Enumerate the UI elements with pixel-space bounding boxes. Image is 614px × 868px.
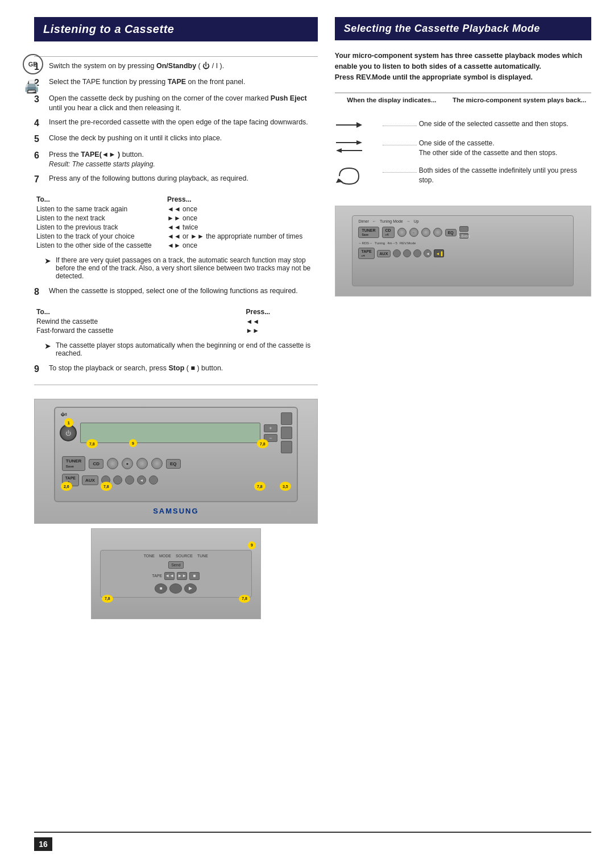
step-7: 7 Press any of the following buttons dur… [34,174,318,186]
step-1-content: Switch the system on by pressing On/Stan… [49,61,318,72]
mode-3-desc: Both sides of the cassette indefinitely … [419,166,591,185]
stop-table: To... Press... Rewind the cassette ◄◄ Fa… [34,307,318,335]
table1-row3-press: ◄◄ twice [165,223,318,232]
note-2: ➤ The cassette player stops automaticall… [44,341,318,357]
table2-row2-action: Fast-forward the cassette [34,326,243,335]
step-8-num: 8 [34,286,47,298]
table-row: Listen to the previous track ◄◄ twice [34,223,318,232]
table1-col2-header: Press... [165,194,318,205]
table1-col1-header: To... [34,194,165,205]
remote-marker-78-1: 7,8 [102,595,113,603]
mode-2-desc: One side of the cassette.The other side … [419,139,591,158]
note-2-text: The cassette player stops automatically … [56,341,318,357]
left-images: ⏻ ⏻/I + − [34,399,318,619]
display-col2-header: The micro-component system plays back... [451,94,590,106]
table2-col2-header: Press... [243,307,317,317]
table1-row4-action: Listen to the track of your choice [34,232,165,241]
marker-35: 3,5 [280,482,291,491]
playback-table: To... Press... Listen to the same track … [34,194,318,250]
table-row: Fast-forward the cassette ►► [34,326,318,335]
page-container: GB 🖨️ Listening to a Cassette 1 Switch t… [0,0,614,868]
step-9: 9 To stop the playback or search, press … [34,364,318,375]
top-divider [34,56,318,57]
playback-modes: One side of the selected cassette and th… [335,119,591,194]
note-1: ➤ If there are very quiet passages on a … [44,256,318,280]
steps-list: 1 Switch the system on by pressing On/St… [34,61,318,190]
marker-78-2: 7,8 [257,439,268,448]
step-9-num: 9 [34,363,47,375]
svg-marker-3 [356,140,362,145]
table-row: Listen to the other side of the cassette… [34,241,318,250]
mode-1: One side of the selected cassette and th… [335,119,591,131]
mode-1-icon [335,119,363,131]
step-5-num: 5 [34,133,47,145]
right-column: Selecting the Cassette Playback Mode You… [335,17,591,820]
samsung-logo: SAMSUNG [153,507,198,515]
step-4: 4 Insert the pre-recorded cassette with … [34,118,318,130]
table1-row4-press: ◄◄ or ►► the appropriate number of times [165,232,318,241]
step-6-result: Result: The cassette starts playing. [49,160,155,168]
mode-3-icon [335,166,363,186]
step-9-content: To stop the playback or search, press St… [49,364,318,374]
step-1: 1 Switch the system on by pressing On/St… [34,61,318,73]
right-intro: Your micro-component system has three ca… [335,51,591,82]
step-2-content: Select the TAPE function by pressing TAP… [49,77,318,87]
table1-row2-action: Listen to the next track [34,214,165,223]
remote-marker-78-2: 7,8 [239,595,250,603]
mode-2: One side of the cassette.The other side … [335,139,591,158]
step-7-num: 7 [34,173,47,186]
step-3-num: 3 [34,93,47,106]
marker-78-1: 7,8 [86,439,98,448]
step-8: 8 When the cassette is stopped, select o… [34,286,318,298]
note-1-text: If there are very quiet passages on a tr… [56,256,318,280]
left-column: Listening to a Cassette 1 Switch the sys… [34,17,318,820]
right-section-title: Selecting the Cassette Playback Mode [335,17,591,40]
marker-78-4: 7,8 [254,482,265,491]
device-main-image: ⏻ ⏻/I + − [34,399,318,524]
table2-row1-press: ◄◄ [243,317,317,326]
marker-26: 2,6 [61,482,72,491]
step-4-num: 4 [34,117,47,130]
table1-row1-press: ◄◄ once [165,205,318,214]
device-remote-image: TONEMODESOURCETUNE Send TAPE ◄◄ ►► ■ [91,528,261,619]
marker-78-3: 7,8 [101,482,112,491]
table-row: Rewind the cassette ◄◄ [34,317,318,326]
step-6: 6 Press the TAPE(◄► ) button. Result: Th… [34,150,318,170]
cassette-icon: 🖨️ [24,80,39,94]
step-7-content: Press any of the following buttons durin… [49,174,318,184]
table2-col1-header: To... [34,307,243,317]
left-section-title: Listening to a Cassette [34,17,318,41]
table2-row1-action: Rewind the cassette [34,317,243,326]
table-row: Listen to the same track again ◄◄ once [34,205,318,214]
note-2-arrow-icon: ➤ [44,341,52,350]
step-8-content: When the cassette is stopped, select one… [49,286,318,297]
mode-1-desc: One side of the selected cassette and th… [419,119,591,129]
step-6-num: 6 [34,149,47,162]
table1-row2-press: ►► once [165,214,318,223]
marker-1: 1 [64,418,73,427]
note-arrow-icon: ➤ [44,256,52,265]
marker-9: 9 [129,439,137,447]
remote-marker-9: 9 [248,541,256,549]
table-row: Listen to the next track ►► once [34,214,318,223]
table1-row5-press: ◄► once [165,241,318,250]
display-col1-header: When the display indicates... [336,94,450,106]
step-6-content: Press the TAPE(◄► ) button. Result: The … [49,150,318,170]
step-5: 5 Close the deck by pushing on it until … [34,133,318,145]
svg-marker-5 [336,148,342,153]
bottom-divider [34,385,318,385]
step-3: 3 Open the cassette deck by pushing on t… [34,94,318,114]
step-3-content: Open the cassette deck by pushing on the… [49,94,318,114]
svg-marker-1 [356,122,362,128]
table1-row5-action: Listen to the other side of the cassette [34,241,165,250]
step-5-content: Close the deck by pushing on it until it… [49,133,318,144]
table1-row3-action: Listen to the previous track [34,223,165,232]
right-device-image: Dimer←Tuning Mode→Up TUNERSave CD+4 ● EQ [335,206,591,297]
page-number: 16 [34,837,52,851]
table-row: Listen to the track of your choice ◄◄ or… [34,232,318,241]
gb-flag-icon: GB [23,54,43,74]
table2-row2-press: ►► [243,326,317,335]
mode-3: Both sides of the cassette indefinitely … [335,166,591,186]
table1-row1-action: Listen to the same track again [34,205,165,214]
step-2: 2 Select the TAPE function by pressing T… [34,77,318,89]
